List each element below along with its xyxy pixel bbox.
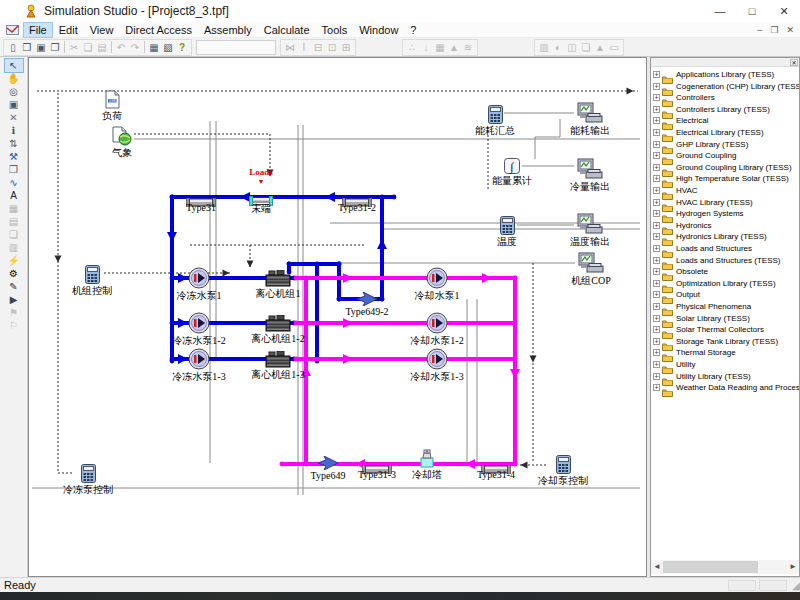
library-item-controllers-library-tess[interactable]: +Controllers Library (TESS) (651, 104, 799, 115)
image-tool[interactable]: ▣ (5, 98, 23, 111)
wrench-tool[interactable]: ⚒ (5, 150, 23, 163)
expand-icon[interactable]: + (653, 361, 660, 368)
resize-grip[interactable]: ◢ (792, 580, 800, 591)
node-chiller-1[interactable] (265, 270, 291, 287)
node-temperature-output[interactable] (577, 213, 603, 235)
node-chw-pump-1[interactable] (188, 267, 210, 289)
library-item-weather-data-reading-and-process[interactable]: +Weather Data Reading and Process (651, 382, 799, 393)
node-cooling-output[interactable] (577, 158, 603, 180)
library-item-high-temperature-solar-tess[interactable]: +High Temperature Solar (TESS) (651, 173, 799, 184)
menu-edit[interactable]: Edit (54, 23, 83, 37)
copy-icon[interactable]: ❏ (81, 40, 95, 55)
expand-icon[interactable]: + (653, 257, 660, 264)
node-chiller-1-2[interactable] (265, 315, 291, 332)
library-item-loads-and-structures[interactable]: +Loads and Structures (651, 243, 799, 254)
library-item-hydronics[interactable]: +Hydronics (651, 220, 799, 231)
mdi-restore-button[interactable]: ❐ (770, 25, 778, 35)
panel-close-icon[interactable]: ✕ (790, 59, 798, 66)
delete-tool[interactable]: ✕ (5, 111, 23, 124)
gear-tool[interactable]: ⚙ (5, 267, 23, 280)
menu-tools[interactable]: Tools (317, 23, 353, 37)
parameter-icon[interactable]: ◐ (551, 40, 565, 55)
node-chw-pump-control[interactable] (81, 464, 96, 483)
expand-icon[interactable]: + (653, 315, 660, 322)
expand-icon[interactable]: + (653, 117, 660, 124)
expand-icon[interactable]: + (653, 94, 660, 101)
expand-icon[interactable]: + (653, 280, 660, 287)
zoom-out-icon[interactable]: ⊟ (311, 40, 325, 55)
expand-icon[interactable]: + (653, 152, 660, 159)
node-type31-2[interactable] (342, 193, 372, 202)
mdi-close-button[interactable]: ✕ (786, 25, 794, 35)
node-cw-pump-1[interactable] (426, 267, 448, 289)
node-type649[interactable] (318, 456, 338, 470)
node-cw-pump-1-2[interactable] (426, 312, 448, 334)
fit-height-icon[interactable]: I (297, 40, 311, 55)
node-weather[interactable] (112, 126, 132, 146)
expand-icon[interactable]: + (653, 141, 660, 148)
open-icon[interactable]: ❒ (20, 40, 34, 55)
flag-tool-1[interactable]: ⚑ (5, 306, 23, 319)
undo-icon[interactable]: ↶ (114, 40, 128, 55)
node-energy-output[interactable] (577, 102, 603, 124)
close-button[interactable]: ✕ (768, 0, 800, 22)
library-item-output[interactable]: +Output (651, 289, 799, 300)
plot-icon[interactable]: ▲ (447, 40, 461, 55)
node-temperature[interactable] (500, 216, 515, 235)
node-type649-2[interactable] (357, 292, 377, 306)
scroll-left-icon[interactable]: ◄ (651, 560, 663, 574)
node-type31[interactable] (186, 193, 216, 202)
library-item-optimization-library-tess[interactable]: +Optimization Library (TESS) (651, 278, 799, 289)
library-hscrollbar[interactable]: ◄ ► (651, 560, 799, 574)
library-item-physical-phenomena[interactable]: +Physical Phenomena (651, 301, 799, 312)
library-item-hvac[interactable]: +HVAC (651, 185, 799, 196)
library-item-utility[interactable]: +Utility (651, 359, 799, 370)
expand-icon[interactable]: + (653, 373, 660, 380)
node-chiller-1-3[interactable] (265, 351, 291, 368)
library-item-hydrogen-systems[interactable]: +Hydrogen Systems (651, 208, 799, 219)
cut-icon[interactable]: ✂ (67, 40, 81, 55)
expand-icon[interactable]: + (653, 199, 660, 206)
library-item-electrical-library-tess[interactable]: +Electrical Library (TESS) (651, 127, 799, 138)
window-tool-1[interactable]: ▦ (5, 202, 23, 215)
zoom-in-icon[interactable]: ⊞ (339, 40, 353, 55)
library-item-applications-library-tess[interactable]: +Applications Library (TESS) (651, 69, 799, 80)
expand-icon[interactable]: + (653, 384, 660, 391)
run-tool[interactable]: ▶ (5, 293, 23, 306)
expand-icon[interactable]: + (653, 210, 660, 217)
expand-icon[interactable]: + (653, 129, 660, 136)
plug-tool[interactable]: ⚡ (5, 254, 23, 267)
external-files-icon[interactable]: ▭ (607, 40, 621, 55)
zoom-tool[interactable]: ◎ (5, 85, 23, 98)
fit-width-icon[interactable]: ⋈ (283, 40, 297, 55)
download-icon[interactable]: ↓ (419, 40, 433, 55)
library-item-thermal-storage[interactable]: +Thermal Storage (651, 347, 799, 358)
pen-tool[interactable]: ✎ (5, 280, 23, 293)
window-tool-2[interactable]: ▤ (5, 215, 23, 228)
derivative-icon[interactable]: ❏ (579, 40, 593, 55)
node-cooling-tower[interactable] (419, 449, 435, 468)
menu-assembly[interactable]: Assembly (199, 23, 257, 37)
library-item-electrical[interactable]: +Electrical (651, 115, 799, 126)
save-all-icon[interactable]: ❐ (48, 40, 62, 55)
menu-window[interactable]: Window (354, 23, 403, 37)
assembly-tree-icon[interactable]: ∴ (405, 40, 419, 55)
library-item-storage-tank-library-tess[interactable]: +Storage Tank Library (TESS) (651, 336, 799, 347)
menu-calculate[interactable]: Calculate (259, 23, 315, 37)
mdi-minimize-button[interactable]: – (757, 25, 762, 35)
diagram-canvas[interactable]: USR负荷气象Type31末端Loads▼Type31-2机组控制冷冻水泵1冷冻… (30, 59, 645, 575)
library-item-utility-library-tess[interactable]: +Utility Library (TESS) (651, 371, 799, 382)
proforma-icon[interactable]: ▥ (537, 40, 551, 55)
expand-icon[interactable]: + (653, 175, 660, 182)
expand-icon[interactable]: + (653, 326, 660, 333)
link-tool[interactable]: ∿ (5, 176, 23, 189)
library-item-ground-coupling-library-tess[interactable]: +Ground Coupling Library (TESS) (651, 162, 799, 173)
node-unit-control[interactable] (85, 265, 100, 284)
node-terminal[interactable] (249, 192, 273, 202)
library-item-solar-thermal-collectors[interactable]: +Solar Thermal Collectors (651, 324, 799, 335)
expand-icon[interactable]: + (653, 338, 660, 345)
node-energy-summary[interactable] (488, 105, 503, 124)
expand-icon[interactable]: + (653, 291, 660, 298)
toolbar-combo-box[interactable] (196, 40, 276, 55)
text-tool[interactable]: A (5, 189, 23, 202)
